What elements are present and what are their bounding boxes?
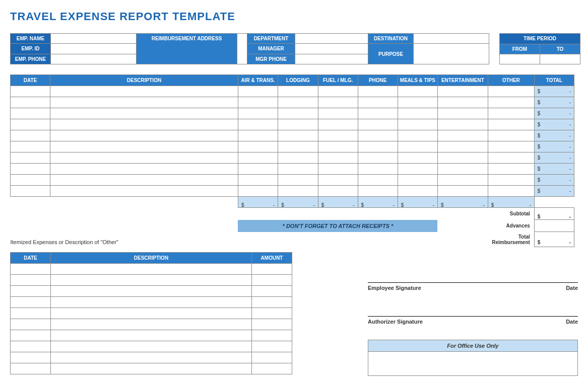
expense-cell[interactable]: [358, 108, 398, 119]
itemized-cell[interactable]: [50, 352, 251, 363]
input-destination[interactable]: [414, 34, 489, 44]
expense-cell[interactable]: [11, 86, 50, 97]
expense-cell[interactable]: [318, 186, 358, 197]
office-use-body[interactable]: [368, 352, 578, 376]
expense-cell[interactable]: [437, 119, 488, 130]
itemized-cell[interactable]: [252, 308, 292, 319]
expense-cell[interactable]: [488, 164, 534, 175]
expense-cell[interactable]: [437, 86, 488, 97]
expense-cell[interactable]: [488, 108, 534, 119]
expense-cell[interactable]: [278, 86, 318, 97]
expense-cell[interactable]: [358, 97, 398, 108]
expense-cell[interactable]: [11, 186, 50, 197]
itemized-cell[interactable]: [252, 297, 292, 308]
expense-cell[interactable]: [358, 130, 398, 141]
expense-cell[interactable]: [238, 186, 278, 197]
itemized-cell[interactable]: [50, 341, 251, 352]
expense-cell[interactable]: [278, 97, 318, 108]
input-from[interactable]: [500, 54, 540, 64]
expense-cell[interactable]: [437, 152, 488, 164]
expense-cell[interactable]: [358, 86, 398, 97]
itemized-cell[interactable]: [11, 363, 51, 374]
expense-cell[interactable]: [398, 97, 437, 108]
input-reimb-addr[interactable]: [237, 34, 247, 64]
input-advances[interactable]: [534, 220, 574, 232]
input-emp-id[interactable]: [51, 44, 137, 54]
itemized-cell[interactable]: [252, 286, 292, 297]
expense-cell[interactable]: [238, 119, 278, 130]
itemized-cell[interactable]: [252, 275, 292, 286]
expense-cell[interactable]: [238, 164, 278, 175]
expense-cell[interactable]: [437, 175, 488, 186]
itemized-cell[interactable]: [50, 275, 251, 286]
expense-cell[interactable]: [278, 175, 318, 186]
expense-cell[interactable]: [50, 186, 238, 197]
expense-cell[interactable]: [488, 97, 534, 108]
expense-cell[interactable]: [398, 86, 437, 97]
itemized-cell[interactable]: [50, 297, 251, 308]
expense-cell[interactable]: [50, 108, 238, 119]
itemized-cell[interactable]: [50, 264, 251, 275]
expense-cell[interactable]: [358, 164, 398, 175]
itemized-cell[interactable]: [11, 264, 51, 275]
expense-cell[interactable]: [50, 175, 238, 186]
expense-cell[interactable]: [238, 152, 278, 164]
expense-cell[interactable]: [488, 141, 534, 152]
expense-cell[interactable]: [488, 175, 534, 186]
expense-cell[interactable]: [11, 119, 50, 130]
expense-cell[interactable]: [50, 130, 238, 141]
itemized-cell[interactable]: [252, 264, 292, 275]
itemized-cell[interactable]: [50, 319, 251, 330]
expense-cell[interactable]: [11, 130, 50, 141]
expense-cell[interactable]: [437, 130, 488, 141]
expense-cell[interactable]: [488, 152, 534, 164]
itemized-cell[interactable]: [252, 319, 292, 330]
expense-cell[interactable]: [278, 152, 318, 164]
expense-cell[interactable]: [50, 141, 238, 152]
expense-cell[interactable]: [11, 97, 50, 108]
itemized-cell[interactable]: [252, 363, 292, 374]
expense-cell[interactable]: [238, 130, 278, 141]
input-mgr-phone[interactable]: [295, 54, 368, 64]
expense-cell[interactable]: [318, 175, 358, 186]
expense-cell[interactable]: [358, 141, 398, 152]
input-purpose[interactable]: [414, 44, 489, 64]
expense-cell[interactable]: [358, 186, 398, 197]
itemized-cell[interactable]: [11, 286, 51, 297]
input-department[interactable]: [295, 34, 368, 44]
itemized-cell[interactable]: [11, 319, 51, 330]
expense-cell[interactable]: [238, 97, 278, 108]
expense-cell[interactable]: [488, 130, 534, 141]
expense-cell[interactable]: [398, 164, 437, 175]
itemized-cell[interactable]: [11, 308, 51, 319]
itemized-cell[interactable]: [11, 275, 51, 286]
itemized-cell[interactable]: [11, 297, 51, 308]
expense-cell[interactable]: [238, 86, 278, 97]
expense-cell[interactable]: [437, 108, 488, 119]
expense-cell[interactable]: [278, 164, 318, 175]
expense-cell[interactable]: [318, 97, 358, 108]
expense-cell[interactable]: [11, 152, 50, 164]
expense-cell[interactable]: [358, 119, 398, 130]
expense-cell[interactable]: [318, 141, 358, 152]
expense-cell[interactable]: [50, 86, 238, 97]
expense-cell[interactable]: [398, 152, 437, 164]
expense-cell[interactable]: [318, 108, 358, 119]
expense-cell[interactable]: [50, 119, 238, 130]
expense-cell[interactable]: [358, 152, 398, 164]
expense-cell[interactable]: [488, 119, 534, 130]
expense-cell[interactable]: [318, 164, 358, 175]
itemized-cell[interactable]: [50, 363, 251, 374]
input-emp-name[interactable]: [51, 34, 137, 44]
input-manager[interactable]: [295, 44, 368, 54]
expense-cell[interactable]: [488, 86, 534, 97]
expense-cell[interactable]: [278, 186, 318, 197]
itemized-cell[interactable]: [50, 286, 251, 297]
expense-cell[interactable]: [238, 141, 278, 152]
expense-cell[interactable]: [11, 164, 50, 175]
expense-cell[interactable]: [278, 108, 318, 119]
expense-cell[interactable]: [398, 186, 437, 197]
input-to[interactable]: [540, 54, 580, 64]
expense-cell[interactable]: [398, 130, 437, 141]
input-emp-phone[interactable]: [51, 54, 137, 64]
